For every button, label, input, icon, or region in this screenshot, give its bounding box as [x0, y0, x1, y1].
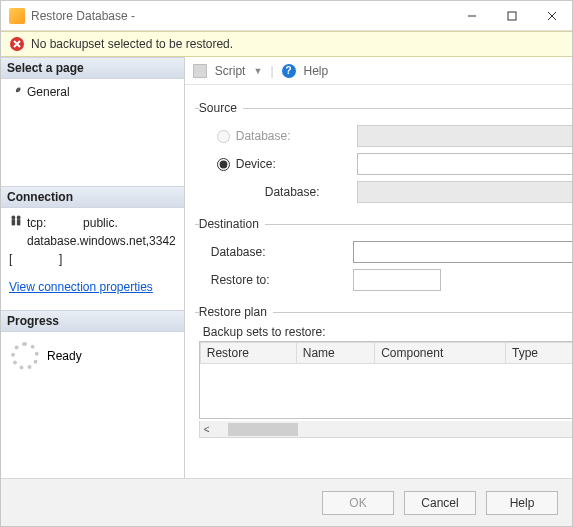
app-icon [9, 8, 25, 24]
script-button[interactable]: Script [215, 64, 246, 78]
left-panel: Select a page General Connection tcp: pu… [1, 57, 185, 478]
cancel-button[interactable]: Cancel [404, 491, 476, 515]
connection-header: Connection [1, 186, 184, 208]
source-database-combo[interactable] [357, 125, 572, 147]
help-button[interactable]: Help [304, 64, 329, 78]
scroll-left-icon[interactable]: < [200, 424, 214, 435]
conn-suffix: public. [83, 216, 118, 230]
conn-line2: database.windows.net,3342 [27, 234, 176, 248]
source-subdatabase-label: Database: [261, 185, 357, 199]
source-database-radio[interactable]: Database: [217, 129, 327, 143]
conn-prefix: tcp: [27, 216, 46, 230]
source-device-radio[interactable]: Device: [217, 157, 327, 171]
progress-status: Ready [47, 349, 82, 363]
scroll-thumb[interactable] [228, 423, 298, 436]
toolbar: Script ▼ | ? Help [185, 57, 572, 85]
restore-to-input[interactable] [353, 269, 441, 291]
select-page-header: Select a page [1, 57, 184, 79]
destination-database-label: Database: [207, 245, 325, 259]
destination-group: Destination Database: ⌄ Restore to: Time… [195, 217, 572, 295]
dialog-body: Select a page General Connection tcp: pu… [1, 57, 572, 478]
col-restore[interactable]: Restore [200, 343, 296, 364]
col-type[interactable]: Type [506, 343, 572, 364]
source-device-label: Device: [236, 157, 276, 171]
svg-rect-1 [508, 12, 516, 20]
connection-info: tcp: public. database.windows.net,3342 [… [5, 212, 180, 298]
source-group: Source Database: Device: [195, 101, 572, 207]
script-dropdown-icon[interactable]: ▼ [253, 66, 262, 76]
source-database-radio-input[interactable] [217, 130, 230, 143]
restore-plan-legend: Restore plan [199, 305, 273, 319]
right-panel: Script ▼ | ? Help Source Database: [185, 57, 572, 478]
destination-legend: Destination [199, 217, 265, 231]
form-area: Source Database: Device: [185, 85, 572, 478]
svg-point-8 [17, 215, 21, 219]
restore-database-dialog: Restore Database - No backupset selected… [0, 0, 573, 527]
progress-header: Progress [1, 310, 184, 332]
col-component[interactable]: Component [375, 343, 506, 364]
progress-spinner-icon [11, 342, 39, 370]
conn-bracket-open: [ [9, 252, 12, 266]
source-device-radio-input[interactable] [217, 158, 230, 171]
col-name[interactable]: Name [296, 343, 374, 364]
source-legend: Source [199, 101, 243, 115]
maximize-button[interactable] [492, 1, 532, 31]
restore-plan-group: Restore plan Backup sets to restore: Res… [195, 305, 572, 466]
ok-button[interactable]: OK [322, 491, 394, 515]
script-icon [193, 64, 207, 78]
conn-bracket-close: ] [59, 252, 62, 266]
close-button[interactable] [532, 1, 572, 31]
page-general-label: General [27, 85, 70, 99]
progress-panel: Ready [1, 332, 184, 380]
destination-database-combo[interactable]: ⌄ [353, 241, 572, 263]
error-icon [9, 36, 25, 52]
help-icon: ? [282, 64, 296, 78]
page-general[interactable]: General [5, 83, 180, 101]
horizontal-scrollbar[interactable]: < > [199, 421, 572, 438]
backup-sets-label: Backup sets to restore: [203, 325, 572, 339]
alert-bar: No backupset selected to be restored. [1, 31, 572, 57]
svg-rect-9 [12, 219, 16, 225]
restore-to-label: Restore to: [207, 273, 325, 287]
button-bar: OK Cancel Help [1, 478, 572, 526]
view-connection-properties-link[interactable]: View connection properties [9, 280, 153, 294]
minimize-button[interactable] [452, 1, 492, 31]
svg-rect-10 [17, 219, 21, 225]
server-icon [9, 214, 23, 228]
help-dialog-button[interactable]: Help [486, 491, 558, 515]
alert-text: No backupset selected to be restored. [31, 37, 233, 51]
svg-point-7 [11, 215, 15, 219]
source-database-label: Database: [236, 129, 291, 143]
window-title: Restore Database - [31, 9, 452, 23]
page-list: General [1, 79, 184, 186]
connection-panel: tcp: public. database.windows.net,3342 [… [1, 208, 184, 310]
wrench-icon [9, 85, 23, 99]
titlebar: Restore Database - [1, 1, 572, 31]
source-device-input[interactable] [357, 153, 572, 175]
backup-sets-table[interactable]: Restore Name Component Type Server Datab… [199, 341, 572, 419]
source-subdatabase-combo[interactable]: ⌄ [357, 181, 572, 203]
